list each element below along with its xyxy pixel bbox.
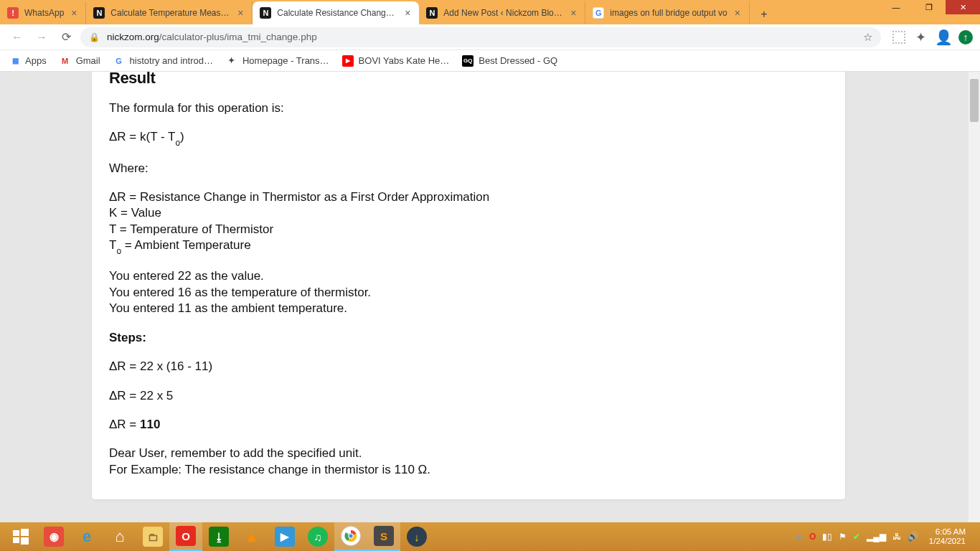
bluetooth-icon[interactable]: ⌯ bbox=[794, 532, 803, 542]
nickzom-icon: N bbox=[93, 7, 105, 19]
bookmark-label: Gmail bbox=[76, 55, 100, 66]
lock-icon: 🔒 bbox=[89, 32, 100, 42]
tab-calc-temp[interactable]: N Calculate Temperature Measurin × bbox=[86, 1, 253, 24]
step-3-result: 110 bbox=[140, 418, 160, 431]
taskbar-app-explorer[interactable]: 🗀 bbox=[136, 522, 169, 551]
formula-close: ) bbox=[180, 130, 184, 143]
taskbar-app-opera[interactable]: O bbox=[169, 522, 202, 551]
definition-to: To = Ambient Temperature bbox=[109, 237, 828, 255]
bookmark-star-icon[interactable]: ☆ bbox=[863, 31, 872, 44]
opera-tray-icon[interactable]: O bbox=[809, 532, 816, 542]
tab-label: images on full bridge output vo bbox=[610, 8, 727, 18]
definition-t: T = Temperature of Thermistor bbox=[109, 222, 828, 237]
window-controls: — ❐ ✕ bbox=[880, 0, 980, 20]
volume-icon[interactable]: 🔊 bbox=[908, 532, 918, 542]
battery-icon[interactable]: ▮▯ bbox=[822, 532, 832, 542]
close-icon[interactable]: × bbox=[732, 7, 743, 19]
bookmark-homepage[interactable]: ✦ Homepage - Trans… bbox=[226, 55, 329, 67]
tab-google-images[interactable]: G images on full bridge output vo × bbox=[585, 1, 749, 24]
svg-rect-2 bbox=[13, 537, 19, 543]
tab-add-post[interactable]: N Add New Post ‹ Nickzom Blog — × bbox=[419, 1, 585, 24]
vertical-scrollbar[interactable] bbox=[969, 72, 980, 522]
bookmarks-bar: ▦ Apps M Gmail G histotry and introd… ✦ … bbox=[0, 50, 980, 72]
footer-note-1: Dear User, remember to add the specified… bbox=[109, 446, 828, 461]
bookmark-apps[interactable]: ▦ Apps bbox=[9, 55, 47, 67]
nickzom-icon: N bbox=[426, 7, 438, 19]
back-button[interactable]: ← bbox=[7, 27, 27, 47]
step-3: ΔR = 110 bbox=[109, 417, 828, 433]
taskbar-clock[interactable]: 6:05 AM 1/24/2021 bbox=[925, 527, 970, 546]
taskbar-app-store[interactable]: ⭳ bbox=[202, 522, 235, 551]
clock-date: 1/24/2021 bbox=[929, 537, 966, 546]
taskbar-app-photos[interactable]: ◉ bbox=[37, 522, 70, 551]
step-2: ΔR = 22 x 5 bbox=[109, 388, 828, 404]
svg-point-6 bbox=[349, 534, 353, 538]
tab-whatsapp[interactable]: ! WhatsApp × bbox=[0, 1, 86, 24]
reload-button[interactable]: ⟳ bbox=[56, 27, 76, 47]
taskbar-app-ie[interactable]: e bbox=[70, 522, 103, 551]
bookmark-label: Apps bbox=[25, 55, 47, 66]
whatsapp-icon: ! bbox=[7, 7, 19, 19]
flag-icon[interactable]: ⚑ bbox=[839, 532, 847, 542]
start-button[interactable] bbox=[4, 522, 37, 551]
bookmark-gq[interactable]: GQ Best Dressed - GQ bbox=[462, 55, 557, 67]
profile-icon[interactable]: 👤 bbox=[936, 29, 951, 45]
new-tab-button[interactable]: + bbox=[754, 4, 774, 24]
taskbar-app-sublime[interactable]: S bbox=[367, 522, 400, 551]
bookmark-history[interactable]: G histotry and introd… bbox=[113, 55, 213, 67]
taskbar-app-chrome[interactable] bbox=[334, 522, 367, 551]
close-icon[interactable]: × bbox=[402, 7, 413, 19]
wifi-icon[interactable]: ▂▄▆ bbox=[867, 532, 886, 542]
omnibox[interactable]: 🔒 nickzom.org/calculator-plus/ima_tmi_ch… bbox=[80, 27, 881, 47]
close-icon[interactable]: × bbox=[68, 7, 80, 19]
footer-note-2: For Example: The resistance change in th… bbox=[109, 462, 828, 478]
steps-label-text: Steps: bbox=[109, 331, 146, 344]
scrollbar-thumb[interactable] bbox=[970, 79, 979, 122]
google-icon: G bbox=[113, 55, 125, 67]
site-icon: ✦ bbox=[226, 55, 237, 67]
close-icon[interactable]: × bbox=[235, 7, 246, 19]
bookmark-label: histotry and introd… bbox=[130, 55, 213, 66]
taskbar-app-media[interactable]: ▶ bbox=[268, 522, 301, 551]
url-domain: nickzom.org bbox=[107, 32, 159, 42]
where-label: Where: bbox=[109, 161, 828, 176]
entered-ambient: You entered 11 as the ambient temperatur… bbox=[109, 301, 828, 316]
gmail-icon: M bbox=[60, 55, 71, 67]
svg-rect-1 bbox=[21, 529, 29, 536]
network-icon[interactable]: 🖧 bbox=[892, 532, 901, 542]
taskbar-app-idm[interactable]: ↓ bbox=[400, 522, 433, 551]
result-heading: Result bbox=[109, 72, 828, 88]
taskbar-app-vlc[interactable]: ▲ bbox=[235, 522, 268, 551]
reader-icon[interactable] bbox=[892, 31, 905, 44]
tab-label: WhatsApp bbox=[24, 8, 64, 18]
intro-text: The formula for this operation is: bbox=[109, 100, 828, 116]
toolbar-right: ✦ 👤 ↑ bbox=[885, 29, 973, 45]
maximize-button[interactable]: ❐ bbox=[913, 0, 946, 14]
close-window-button[interactable]: ✕ bbox=[946, 0, 980, 14]
steps-label: Steps: bbox=[109, 330, 828, 346]
entered-value: You entered 22 as the value. bbox=[109, 268, 828, 284]
bookmark-gmail[interactable]: M Gmail bbox=[60, 55, 100, 67]
bookmark-youtube[interactable]: ▶ BOVI Yabs Kate He… bbox=[342, 55, 450, 67]
youtube-icon: ▶ bbox=[342, 55, 354, 67]
step-1: ΔR = 22 x (16 - 11) bbox=[109, 359, 828, 375]
nickzom-icon: N bbox=[260, 7, 271, 19]
result-card: Result The formula for this operation is… bbox=[92, 72, 845, 499]
tab-calc-resistance[interactable]: N Calculate Resistance Change of × bbox=[253, 1, 419, 24]
taskbar-app-home[interactable]: ⌂ bbox=[103, 522, 136, 551]
forward-button[interactable]: → bbox=[32, 27, 52, 47]
def-to-subscript: o bbox=[116, 246, 121, 256]
step-3-prefix: ΔR = bbox=[109, 418, 140, 431]
close-icon[interactable]: × bbox=[567, 7, 579, 19]
formula-main: ΔR = k(T - T bbox=[109, 130, 175, 143]
update-icon[interactable]: ↑ bbox=[958, 30, 973, 44]
minimize-button[interactable]: — bbox=[880, 0, 913, 14]
definition-dr: ΔR = Resistance Change in Thermistor as … bbox=[109, 189, 828, 205]
extensions-icon[interactable]: ✦ bbox=[913, 29, 928, 45]
browser-tabs: ! WhatsApp × N Calculate Temperature Mea… bbox=[0, 0, 774, 24]
shield-icon[interactable]: ✔ bbox=[853, 532, 860, 542]
browser-titlebar: ! WhatsApp × N Calculate Temperature Mea… bbox=[0, 0, 980, 24]
entered-temp: You entered 16 as the temperature of the… bbox=[109, 285, 828, 301]
taskbar-app-spotify[interactable]: ♫ bbox=[301, 522, 334, 551]
gq-icon: GQ bbox=[462, 55, 473, 67]
